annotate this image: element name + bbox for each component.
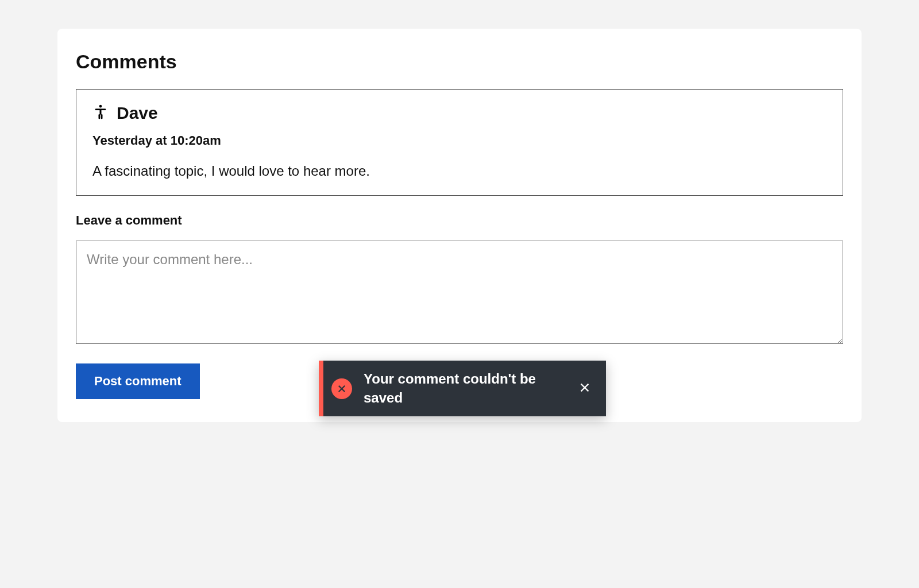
close-icon	[578, 381, 591, 396]
comment-item: Dave Yesterday at 10:20am A fascinating …	[76, 89, 843, 196]
comment-author-row: Dave	[92, 103, 827, 123]
error-icon	[331, 378, 352, 399]
comments-card: Comments Dave Yesterday at 10:20am A fas…	[57, 29, 862, 422]
toast-message: Your comment couldn't be saved	[364, 370, 575, 407]
svg-rect-4	[101, 114, 103, 119]
comment-author: Dave	[117, 103, 158, 123]
comment-timestamp: Yesterday at 10:20am	[92, 133, 827, 148]
leave-comment-label: Leave a comment	[76, 213, 843, 228]
svg-rect-2	[99, 110, 101, 115]
comment-body: A fascinating topic, I would love to hea…	[92, 163, 827, 179]
svg-rect-3	[99, 114, 101, 119]
svg-point-0	[99, 105, 102, 108]
section-title: Comments	[76, 51, 843, 73]
error-toast: Your comment couldn't be saved	[319, 361, 606, 416]
comment-textarea[interactable]	[76, 241, 843, 344]
post-comment-button[interactable]: Post comment	[76, 363, 200, 399]
person-icon	[92, 104, 109, 122]
toast-close-button[interactable]	[575, 378, 594, 399]
